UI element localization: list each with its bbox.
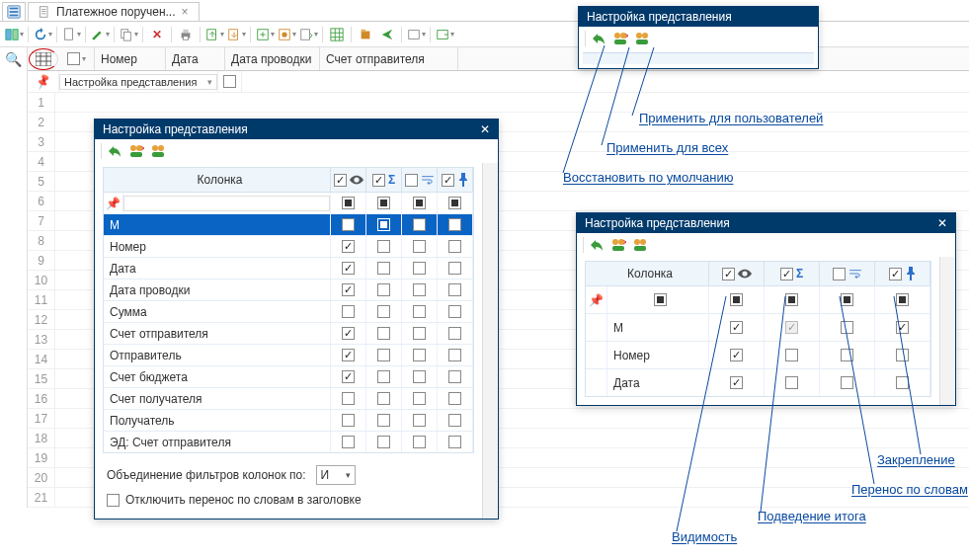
checkbox[interactable] (841, 376, 853, 389)
filter2-sum-cb[interactable] (785, 293, 798, 306)
config-cell-wrap[interactable] (402, 323, 438, 344)
filter-join-combo[interactable]: И ▾ (316, 465, 356, 485)
filter-sum-cb[interactable] (377, 197, 390, 209)
config-cell-pin[interactable] (438, 388, 473, 409)
checkbox[interactable] (377, 305, 390, 318)
config-cell-pin[interactable] (438, 258, 473, 279)
config-name-filter[interactable] (123, 196, 330, 211)
pin-icon[interactable]: 📌 (34, 72, 52, 90)
config-cell-vis[interactable] (331, 323, 366, 344)
config-cell-sum[interactable] (366, 214, 402, 235)
config-cell-sum[interactable] (366, 301, 402, 322)
dialog2-close-icon[interactable]: ✕ (937, 216, 947, 230)
search-icon[interactable]: 🔍 (5, 51, 22, 67)
tool-send[interactable] (377, 25, 397, 44)
header2-column-name[interactable]: Колонка (586, 262, 709, 285)
config-cell-wrap[interactable] (402, 236, 438, 257)
checkbox[interactable] (377, 349, 390, 361)
config-cell-wrap[interactable] (820, 342, 875, 368)
filter-vis-cb[interactable] (342, 197, 355, 209)
config-cell-wrap[interactable] (402, 366, 438, 387)
config-cell-vis[interactable] (709, 342, 765, 368)
restore-default-button-2[interactable] (590, 30, 607, 47)
config-row[interactable]: Отправитель (104, 344, 473, 365)
config-cell-vis[interactable] (331, 258, 366, 279)
tool-delete[interactable]: ✕ (147, 25, 167, 44)
config-cell-pin[interactable] (438, 345, 473, 365)
table-row[interactable]: 1 (28, 93, 969, 113)
config-cell-sum[interactable] (366, 388, 402, 409)
tab-close-icon[interactable]: × (182, 5, 189, 19)
tool-print[interactable] (176, 25, 196, 44)
config-cell-wrap[interactable] (402, 258, 438, 279)
checkbox[interactable] (413, 283, 426, 296)
tool-action2[interactable] (277, 25, 296, 44)
filter2-wrap-cb[interactable] (841, 293, 853, 306)
checkbox[interactable] (377, 414, 390, 427)
config-cell-pin[interactable] (438, 280, 473, 300)
dialog-scrollbar[interactable] (482, 163, 498, 519)
config-cell-wrap[interactable] (820, 369, 875, 396)
config-row[interactable]: М (586, 313, 930, 341)
tool-layout[interactable] (4, 25, 24, 44)
config-cell-wrap[interactable] (402, 280, 438, 300)
checkbox[interactable] (413, 392, 426, 405)
checkbox[interactable] (448, 392, 461, 405)
checkbox[interactable] (896, 349, 909, 361)
checkbox[interactable] (785, 349, 798, 361)
config-row[interactable]: Получатель (104, 409, 473, 431)
checkbox[interactable] (785, 376, 798, 389)
config-cell-pin[interactable] (438, 410, 473, 431)
checkbox[interactable] (342, 349, 355, 361)
header-pin[interactable] (438, 168, 473, 192)
checkbox[interactable] (448, 327, 461, 340)
config-pin-icon[interactable]: 📌 (104, 193, 123, 213)
config-cell-wrap[interactable] (402, 345, 438, 365)
apply-all-button[interactable]: ✕ (127, 142, 145, 160)
column-header-data-provodki[interactable]: Дата проводки (225, 47, 320, 70)
checkbox[interactable] (377, 283, 390, 296)
app-icon[interactable] (2, 2, 26, 21)
config-cell-pin[interactable] (875, 342, 930, 368)
config-row[interactable]: Номер (104, 235, 473, 257)
config-cell-sum[interactable] (366, 323, 402, 344)
tool-misc2[interactable] (435, 25, 454, 44)
checkbox[interactable] (377, 240, 390, 253)
header-summary[interactable]: Σ (366, 168, 402, 192)
config-cell-sum[interactable] (366, 345, 402, 365)
config-cell-sum[interactable] (765, 369, 820, 396)
filter-row-checkbox[interactable] (223, 75, 236, 88)
checkbox[interactable] (448, 262, 461, 275)
config-cell-sum[interactable] (765, 314, 820, 341)
checkbox[interactable] (448, 370, 461, 383)
checkbox[interactable] (377, 327, 390, 340)
checkbox[interactable] (342, 262, 355, 275)
checkbox[interactable] (342, 327, 355, 340)
checkbox[interactable] (342, 305, 355, 318)
config-cell-vis[interactable] (331, 280, 366, 300)
config-cell-pin[interactable] (438, 301, 473, 322)
config-cell-wrap[interactable] (402, 410, 438, 431)
checkbox[interactable] (377, 370, 390, 383)
checkbox[interactable] (342, 414, 355, 427)
config-cell-pin[interactable] (438, 214, 473, 235)
tool-refresh[interactable] (33, 25, 52, 44)
checkbox[interactable] (342, 240, 355, 253)
checkbox[interactable] (448, 305, 461, 318)
config-row[interactable]: Дата проводки (104, 279, 473, 300)
config-row[interactable]: Номер (586, 341, 930, 368)
column-header-data[interactable]: Дата (166, 47, 225, 70)
config-cell-sum[interactable] (366, 280, 402, 300)
tool-misc1[interactable] (406, 25, 426, 44)
checkbox[interactable] (413, 327, 426, 340)
checkbox[interactable] (730, 349, 743, 361)
config-cell-vis[interactable] (331, 410, 366, 431)
config-cell-sum[interactable] (366, 236, 402, 257)
filter-wrap-cb[interactable] (413, 197, 426, 209)
config-cell-vis[interactable] (331, 366, 366, 387)
filter-pin-cb[interactable] (448, 197, 461, 209)
tool-grid[interactable] (327, 25, 347, 44)
tool-edit[interactable] (90, 25, 110, 44)
config-cell-vis[interactable] (331, 236, 366, 257)
config-row[interactable]: Счет бюджета (104, 365, 473, 387)
